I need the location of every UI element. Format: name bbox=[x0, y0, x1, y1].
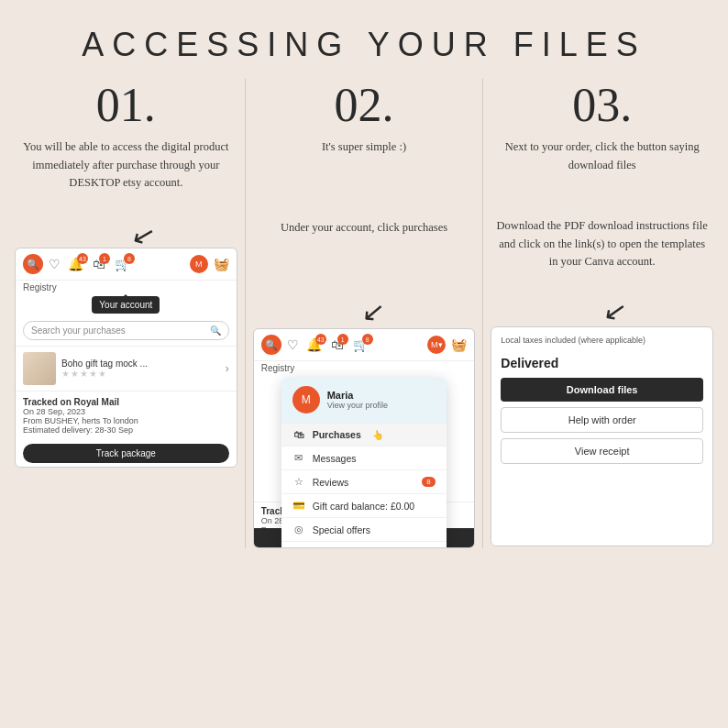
menu-item-impact[interactable]: ◉ Your impact New bbox=[281, 541, 447, 548]
search-icon-2: 🔍 bbox=[261, 335, 281, 355]
account-tooltip: Your account bbox=[92, 296, 160, 314]
bag-badge: 1 bbox=[99, 253, 110, 264]
basket-icon: 🧺 bbox=[214, 257, 229, 271]
delivered-label: Delivered bbox=[501, 356, 703, 370]
order-item: Boho gift tag mock ... ★★★★★ › bbox=[16, 346, 237, 391]
track-package-button[interactable]: Track package bbox=[23, 444, 229, 463]
purchases-label: Purchases bbox=[313, 429, 361, 440]
basket-icon-2: 🧺 bbox=[451, 337, 467, 352]
search-icon: 🔍 bbox=[23, 254, 43, 274]
order-thumbnail bbox=[23, 352, 56, 385]
registry-label-2: Registry bbox=[254, 361, 475, 375]
reviews-icon: ☆ bbox=[292, 476, 305, 488]
messages-label: Messages bbox=[313, 453, 357, 464]
profile-name: Maria bbox=[327, 390, 388, 401]
menu-item-giftcard[interactable]: 💳 Gift card balance: £0.00 bbox=[281, 493, 447, 517]
taxes-text: Local taxes included (where applicable) bbox=[501, 335, 703, 347]
menu-item-purchases[interactable]: 🛍 Purchases 👆 bbox=[281, 423, 447, 446]
step-3-desc-1: Next to your order, click the button say… bbox=[491, 138, 713, 212]
tracking-date: On 28 Sep, 2023 bbox=[23, 407, 229, 416]
cursor-icon: 👆 bbox=[372, 430, 383, 440]
user-avatar-2: M▾ bbox=[427, 336, 446, 354]
step-2-col: 02. It's super simple :) Under your acco… bbox=[246, 79, 484, 548]
profile-header: M Maria View your profile bbox=[281, 377, 447, 423]
giftcard-label: Gift card balance: £0.00 bbox=[313, 501, 415, 512]
impact-label: Your impact bbox=[313, 548, 363, 549]
offers-icon: ◎ bbox=[292, 524, 305, 535]
order-stars: ★★★★★ bbox=[61, 369, 220, 379]
step-3-desc-2: Download the PDF download instructions f… bbox=[491, 217, 713, 291]
heart-icon-2: ♡ bbox=[287, 337, 299, 352]
step-1-number: 01. bbox=[96, 79, 156, 131]
tracking-route: From BUSHEY, herts To london bbox=[23, 416, 229, 425]
download-files-button[interactable]: Download files bbox=[501, 378, 703, 402]
menu-item-reviews[interactable]: ☆ Reviews 8 bbox=[281, 469, 447, 493]
cart-badge: 8 bbox=[124, 253, 135, 264]
mock-1-ui: 🔍 ♡ 🔔 43 🛍 1 🛒 8 M 🧺 Registry bbox=[15, 248, 237, 468]
bell-badge: 43 bbox=[77, 253, 88, 264]
heart-icon: ♡ bbox=[49, 257, 61, 271]
reviews-badge: 8 bbox=[422, 477, 435, 487]
chevron-right-icon: › bbox=[226, 362, 229, 375]
purchases-icon: 🛍 bbox=[292, 429, 305, 440]
search-bar-text: Search your purchases bbox=[31, 325, 126, 336]
step-3-number: 03. bbox=[572, 79, 632, 131]
user-avatar: M bbox=[190, 255, 208, 273]
offers-label: Special offers bbox=[313, 524, 370, 535]
tracking-delivery: Estimated delivery: 28-30 Sep bbox=[23, 425, 229, 435]
mock-2-ui: 🔍 ♡ 🔔 43 🛍 1 🛒 8 M▾ 🧺 Registry bbox=[253, 328, 476, 548]
impact-icon: ◉ bbox=[292, 547, 305, 548]
step-1-desc: You will be able to access the digital p… bbox=[15, 138, 237, 212]
view-receipt-button[interactable]: View receipt bbox=[501, 438, 703, 464]
step-3-arrow: ↙ bbox=[601, 293, 630, 329]
step-3-col: 03. Next to your order, click the button… bbox=[483, 79, 721, 548]
step-2-arrow: ↙ bbox=[360, 294, 386, 328]
profile-sub: View your profile bbox=[327, 401, 388, 410]
menu-item-offers[interactable]: ◎ Special offers bbox=[281, 517, 447, 541]
messages-icon: ✉ bbox=[292, 452, 305, 464]
search-bar-icon: 🔍 bbox=[210, 325, 221, 336]
help-with-order-button[interactable]: Help with order bbox=[501, 407, 703, 433]
page-title: ACCESSING YOUR FILES bbox=[0, 0, 728, 79]
mock-3-ui: Local taxes included (where applicable) … bbox=[491, 326, 713, 546]
menu-item-messages[interactable]: ✉ Messages bbox=[281, 446, 447, 469]
account-dropdown: M Maria View your profile 🛍 Purchases 👆 … bbox=[281, 377, 447, 548]
step-2-desc-2: Under your account, click purchases bbox=[277, 219, 451, 292]
tracking-info: Tracked on Royal Mail On 28 Sep, 2023 Fr… bbox=[16, 391, 237, 440]
order-title: Boho gift tag mock ... bbox=[61, 358, 220, 369]
reviews-label: Reviews bbox=[313, 477, 349, 488]
profile-avatar: M bbox=[292, 386, 320, 414]
step-1-col: 01. You will be able to access the digit… bbox=[7, 79, 246, 548]
step-2-desc-1: It's super simple :) bbox=[318, 138, 410, 212]
search-bar: Search your purchases 🔍 bbox=[23, 321, 229, 340]
giftcard-icon: 💳 bbox=[292, 500, 305, 512]
step-2-number: 02. bbox=[335, 79, 394, 131]
